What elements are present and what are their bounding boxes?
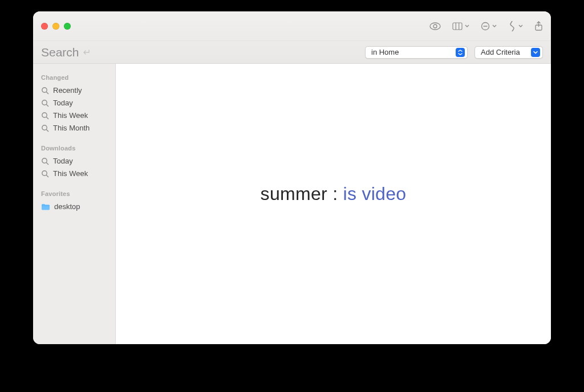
folder-icon <box>41 203 50 210</box>
sidebar-section-changed: Changed Recently Today This Week This Mo… <box>41 74 110 134</box>
svg-point-0 <box>430 23 440 30</box>
sidebar-heading: Favorites <box>41 190 110 197</box>
group-by-icon[interactable] <box>481 22 497 31</box>
return-icon <box>83 49 91 56</box>
search-icon <box>41 112 49 120</box>
updown-icon <box>456 48 465 57</box>
svg-line-12 <box>46 104 48 107</box>
sidebar-item-downloads-this-week[interactable]: This Week <box>41 168 110 180</box>
view-options-icon[interactable] <box>452 22 469 30</box>
sidebar: Changed Recently Today This Week This Mo… <box>33 64 116 344</box>
search-icon <box>41 87 49 95</box>
sidebar-item-label: Today <box>53 156 73 166</box>
sidebar-section-downloads: Downloads Today This Week <box>41 145 110 180</box>
svg-rect-2 <box>453 23 462 30</box>
chevron-down-icon <box>492 24 497 28</box>
sidebar-item-this-week[interactable]: This Week <box>41 109 110 122</box>
add-criteria-select[interactable]: Add Criteria <box>474 46 543 59</box>
svg-line-20 <box>46 175 48 177</box>
svg-line-18 <box>46 162 48 165</box>
close-window-button[interactable] <box>41 23 48 30</box>
sidebar-item-today[interactable]: Today <box>41 97 110 109</box>
svg-point-9 <box>42 88 47 92</box>
search-toolbar: Search in Home Add Criteria <box>33 41 551 64</box>
chevron-down-icon <box>465 24 469 28</box>
toolbar-icons <box>429 21 543 31</box>
sidebar-item-label: desktop <box>54 202 80 212</box>
sidebar-item-label: This Month <box>53 123 90 133</box>
chevron-down-icon <box>531 48 540 57</box>
minimize-window-button[interactable] <box>52 23 59 30</box>
zoom-window-button[interactable] <box>64 23 71 30</box>
svg-point-13 <box>42 113 47 117</box>
scope-select[interactable]: in Home <box>365 46 468 59</box>
sidebar-item-label: Recently <box>53 85 82 96</box>
app-window: Search in Home Add Criteria Changed Rece… <box>33 11 551 344</box>
query-text: summer : <box>261 183 343 204</box>
svg-point-11 <box>42 100 47 105</box>
svg-point-17 <box>42 158 47 163</box>
share-icon[interactable] <box>534 21 543 31</box>
svg-point-15 <box>42 125 47 130</box>
query-filter: is video <box>343 183 407 204</box>
window-title: Search <box>41 46 91 59</box>
sidebar-item-desktop[interactable]: desktop <box>41 201 110 213</box>
search-icon <box>41 170 49 178</box>
sidebar-item-recently[interactable]: Recently <box>41 84 110 97</box>
sidebar-item-downloads-today[interactable]: Today <box>41 155 110 168</box>
actions-icon[interactable] <box>508 21 523 31</box>
svg-line-16 <box>46 129 48 132</box>
svg-point-19 <box>42 171 47 175</box>
titlebar <box>33 11 551 41</box>
svg-point-1 <box>433 24 437 28</box>
sidebar-item-label: This Week <box>53 169 88 179</box>
search-icon <box>41 124 49 132</box>
traffic-lights <box>41 23 71 30</box>
search-icon <box>41 157 49 165</box>
sidebar-heading: Changed <box>41 74 110 81</box>
sidebar-heading: Downloads <box>41 145 110 152</box>
sidebar-item-this-month[interactable]: This Month <box>41 122 110 134</box>
sidebar-item-label: Today <box>53 98 73 108</box>
svg-line-14 <box>46 117 48 119</box>
results-area: summer : is video <box>116 64 551 344</box>
window-title-text: Search <box>41 46 79 59</box>
sidebar-section-favorites: Favorites desktop <box>41 190 110 213</box>
svg-line-10 <box>46 92 48 94</box>
quicklook-icon[interactable] <box>429 22 441 30</box>
window-body: Changed Recently Today This Week This Mo… <box>33 64 551 344</box>
sidebar-item-label: This Week <box>53 111 88 121</box>
chevron-down-icon <box>518 24 523 28</box>
scope-select-label: in Home <box>371 48 456 56</box>
search-icon <box>41 99 49 107</box>
search-query-display: summer : is video <box>261 183 407 205</box>
add-criteria-label: Add Criteria <box>481 48 531 56</box>
